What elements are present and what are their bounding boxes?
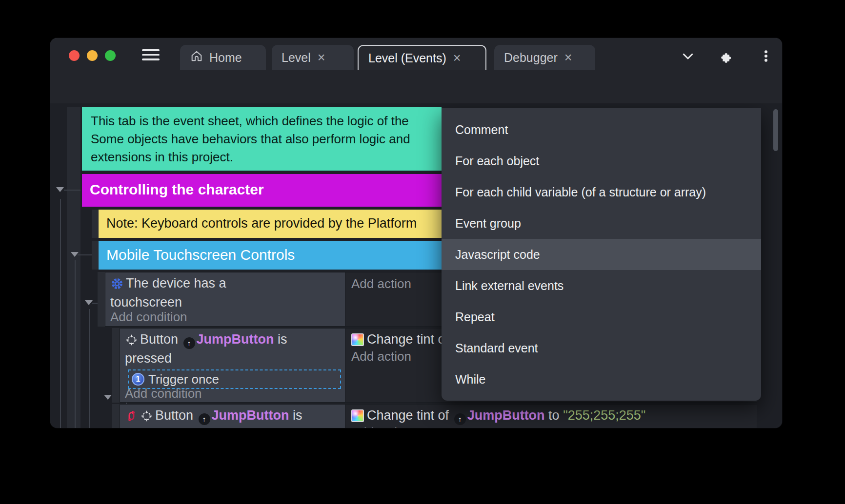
collapse-arrow-icon[interactable] [56, 187, 64, 192]
condition-text[interactable]: Button ↑JumpButton is pressed [125, 331, 306, 367]
condition-label: The device has a touchscreen [110, 276, 226, 310]
tree-line [60, 199, 61, 428]
tab-level-events[interactable]: Level (Events) × [358, 45, 486, 70]
condition-target: JumpButton [212, 408, 289, 423]
menu-item-for-each-child-variable[interactable]: For each child variable (of a structure … [442, 176, 761, 208]
button-object-icon [125, 333, 138, 350]
kebab-menu-icon[interactable] [759, 49, 773, 63]
menu-item-repeat[interactable]: Repeat [442, 301, 761, 332]
vertical-scrollbar-thumb[interactable] [773, 109, 778, 151]
condition-text[interactable]: Button ↑JumpButton is pressed [125, 407, 320, 428]
condition-text[interactable]: The device has a touchscreen [110, 275, 286, 310]
arrow-up-badge-icon: ↑ [199, 413, 210, 425]
trigger-once-label: Trigger once [148, 372, 219, 387]
menu-item-while[interactable]: While [442, 364, 761, 395]
tree-line [78, 254, 92, 255]
context-menu: Comment For each object For each child v… [442, 108, 761, 401]
collapse-arrow-icon[interactable] [71, 252, 79, 257]
tab-label: Level (Events) [368, 51, 446, 65]
trigger-once-icon: 1 [132, 373, 144, 386]
tree-line [64, 190, 80, 191]
condition-object: Button [155, 408, 193, 423]
close-icon[interactable]: × [452, 52, 462, 65]
traffic-zoom-button[interactable] [105, 50, 116, 61]
inverted-condition-icon [125, 409, 138, 426]
add-action-link[interactable]: Add action [351, 276, 411, 291]
traffic-minimize-button[interactable] [87, 50, 98, 61]
group-header-controlling[interactable]: Controlling the character [82, 174, 442, 207]
app-window: Home Level × Level (Events) × Debugger × [50, 38, 782, 428]
tree-line [89, 309, 90, 428]
addon-puzzle-icon[interactable] [719, 49, 733, 63]
tint-color-icon [351, 409, 364, 422]
collapse-arrow-icon[interactable] [85, 300, 93, 305]
condition-cell[interactable]: Button ↑JumpButton is pressed 1 Trigger … [120, 328, 345, 403]
tree-line [92, 303, 98, 304]
menu-item-comment[interactable]: Comment [442, 114, 761, 145]
add-action-link[interactable]: Add action [351, 425, 411, 428]
menu-item-javascript-code[interactable]: Javascript code [442, 239, 761, 270]
add-action-link[interactable]: Add action [351, 349, 411, 364]
condition-target: JumpButton [197, 332, 274, 347]
action-infix: to [545, 408, 563, 423]
arrow-up-badge-icon: ↑ [183, 337, 195, 349]
condition-cell[interactable]: Button ↑JumpButton is pressed [120, 404, 345, 428]
event-margin-gutter [67, 107, 80, 428]
indent-strip [112, 404, 120, 428]
action-object: JumpButton [467, 408, 545, 423]
action-cell[interactable]: Change tint of ↑JumpButton to "255;255;2… [345, 404, 757, 428]
tab-debugger[interactable]: Debugger × [494, 45, 595, 70]
home-icon [190, 49, 203, 66]
menu-item-link-external-events[interactable]: Link external events [442, 270, 761, 301]
close-icon[interactable]: × [563, 51, 573, 64]
traffic-close-button[interactable] [69, 50, 80, 61]
collapse-arrow-icon[interactable] [104, 395, 112, 400]
tint-color-icon [351, 333, 364, 346]
condition-cell[interactable]: The device has a touchscreen Add conditi… [105, 272, 345, 327]
arrow-up-badge-icon: ↑ [454, 413, 466, 425]
action-value: "255;255;255" [563, 408, 645, 423]
group-header-touchscreen[interactable]: Mobile Touchscreen Controls [99, 241, 442, 270]
indent-strip [92, 241, 99, 270]
tab-label: Debugger [504, 51, 558, 65]
tab-level[interactable]: Level × [272, 45, 354, 70]
chevron-down-icon[interactable] [681, 49, 695, 63]
action-text[interactable]: Change tint of ↑JumpButton to "255;255;2… [351, 407, 645, 425]
toolbar: Preview Publish [50, 70, 782, 103]
menu-item-standard-event[interactable]: Standard event [442, 332, 761, 364]
condition-object: Button [140, 332, 178, 347]
indent-strip [112, 328, 120, 403]
screenshot-stage: Home Level × Level (Events) × Debugger × [0, 0, 845, 504]
event-sheet: This tab is the event sheet, which defin… [50, 103, 782, 428]
action-label: Change tint of [367, 332, 449, 347]
tab-home[interactable]: Home [180, 45, 266, 70]
tab-label: Home [209, 51, 242, 65]
menu-item-for-each-object[interactable]: For each object [442, 145, 761, 176]
indent-strip [98, 272, 105, 327]
tree-line [75, 260, 76, 428]
indent-strip [92, 210, 99, 238]
add-condition-link[interactable]: Add condition [125, 386, 202, 401]
button-object-icon [140, 409, 153, 426]
tab-label: Level [282, 51, 311, 65]
comment-block[interactable]: This tab is the event sheet, which defin… [82, 107, 442, 171]
note-comment-block[interactable]: Note: Keyboard controls are provided by … [99, 210, 442, 238]
menu-item-event-group[interactable]: Event group [442, 208, 761, 239]
add-condition-link[interactable]: Add condition [110, 310, 187, 325]
title-bar: Home Level × Level (Events) × Debugger × [50, 38, 782, 70]
action-label: Change tint of [367, 408, 449, 423]
main-menu-icon[interactable] [142, 49, 160, 61]
close-icon[interactable]: × [317, 51, 326, 64]
gear-icon [110, 277, 124, 294]
